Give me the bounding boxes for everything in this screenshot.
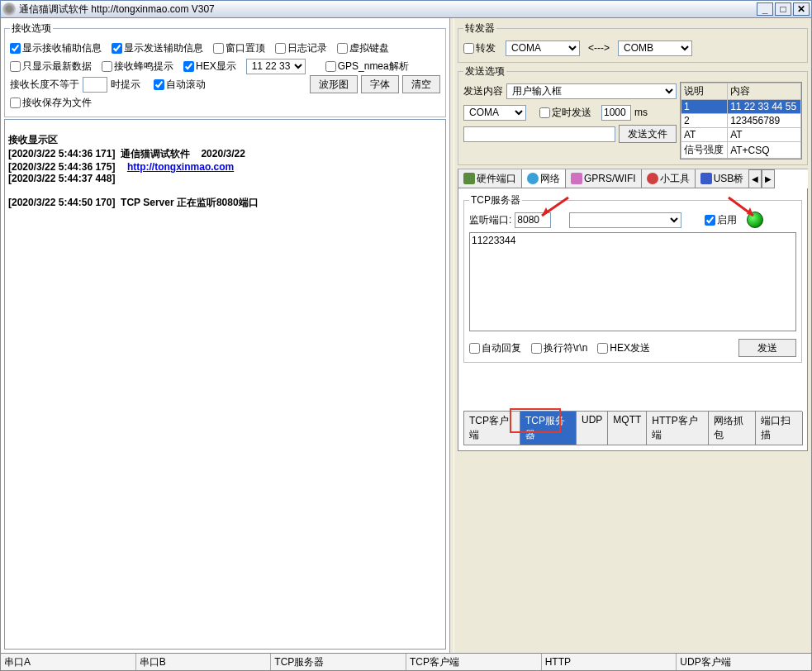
chk-auto-reply[interactable]: 自动回复 (469, 341, 521, 355)
subtab-tcp-client[interactable]: TCP客户端 (463, 412, 520, 445)
tab-gprs-wifi[interactable]: GPRS/WIFI (565, 169, 642, 188)
chk-show-recv-aux[interactable]: 显示接收辅助信息 (10, 41, 102, 55)
ms-label: ms (634, 107, 648, 118)
minimize-button[interactable]: _ (757, 2, 773, 16)
chk-log[interactable]: 日志记录 (275, 41, 327, 55)
forwarder-legend: 转发器 (463, 21, 496, 36)
title-bar: 通信猫调试软件 http://tongxinmao.com V307 _ □ ✕ (0, 0, 812, 18)
btn-clear[interactable]: 清空 (402, 75, 440, 93)
subtab-mqtt[interactable]: MQTT (607, 412, 647, 445)
tab-scroll-right[interactable]: ▶ (762, 169, 775, 188)
tool-icon (647, 173, 658, 184)
send-options-legend: 发送选项 (463, 64, 506, 79)
forward-arrow-icon: <---> (583, 42, 615, 54)
tab-network[interactable]: 网络 (521, 169, 566, 188)
tcp-server-group: TCP服务器 监听端口: 启用 11223344 自动回复 换行符\r\n HE… (463, 193, 802, 363)
status-bar: 串口A 串口B TCP服务器 TCP客户端 HTTP UDP客户端 (0, 653, 812, 671)
network-tab-content: TCP服务器 监听端口: 启用 11223344 自动回复 换行符\r\n HE… (458, 188, 808, 451)
tcp-server-legend: TCP服务器 (469, 193, 522, 207)
table-row[interactable]: ATAT (681, 128, 801, 142)
close-button[interactable]: ✕ (793, 2, 810, 16)
status-serial-b: 串口B (136, 654, 272, 670)
chk-show-send-aux[interactable]: 显示发送辅助信息 (112, 41, 203, 55)
subtab-portscan[interactable]: 端口扫描 (755, 412, 803, 445)
listen-port-label: 监听端口: (469, 213, 511, 227)
maximize-button[interactable]: □ (775, 2, 791, 16)
interval-input[interactable] (601, 105, 631, 121)
forward-from[interactable]: COMA (506, 40, 580, 56)
chk-hex-send[interactable]: HEX发送 (597, 341, 650, 355)
window-title: 通信猫调试软件 http://tongxinmao.com V307 (19, 2, 215, 17)
subtab-http-client[interactable]: HTTP客户端 (646, 412, 709, 445)
status-udp-client: UDP客户端 (677, 654, 811, 670)
send-port-select[interactable]: COMA (463, 105, 526, 121)
btn-send-file[interactable]: 发送文件 (619, 125, 677, 143)
status-led-icon (747, 212, 763, 228)
send-content-label: 发送内容 (463, 84, 503, 98)
subtab-capture[interactable]: 网络抓包 (708, 412, 756, 445)
len-input[interactable] (83, 77, 107, 93)
tcp-client-list[interactable] (569, 212, 681, 228)
send-options-group: 发送选项 发送内容 用户输入框 COMA 定时发送 ms 发送文件 (458, 64, 808, 165)
subtab-tcp-server[interactable]: TCP服务器 (520, 412, 577, 445)
recv-display-area[interactable]: 接收显示区 [2020/3/22 5:44:36 171] 通信猫调试软件 20… (4, 119, 446, 650)
link-tongxinmao[interactable]: http://tongxinmao.com (127, 161, 234, 173)
recv-options-group: 接收选项 显示接收辅助信息 显示发送辅助信息 窗口置顶 日志记录 虚拟键盘 只显… (4, 21, 446, 117)
tab-usb-bridge[interactable]: USB桥 (695, 169, 750, 188)
tab-scroll-left[interactable]: ◀ (748, 169, 762, 188)
btn-wave[interactable]: 波形图 (310, 75, 358, 93)
forwarder-group: 转发器 转发 COMA <---> COMB (458, 21, 808, 63)
chk-save-file[interactable]: 接收保存为文件 (10, 96, 92, 110)
chk-gps[interactable]: GPS_nmea解析 (325, 59, 409, 74)
chk-vkeyboard[interactable]: 虚拟键盘 (337, 41, 389, 55)
send-grid[interactable]: 说明内容 111 22 33 44 55 2123456789 ATAT 信号强… (681, 83, 801, 159)
send-content-select[interactable]: 用户输入框 (506, 83, 677, 99)
table-row[interactable]: 111 22 33 44 55 (681, 100, 801, 114)
len-ne-label: 接收长度不等于 (10, 78, 79, 92)
network-subtabstrip: TCP客户端 TCP服务器 UDP MQTT HTTP客户端 网络抓包 端口扫描 (463, 411, 802, 445)
status-serial-a: 串口A (1, 654, 136, 670)
tab-hardware[interactable]: 硬件端口 (458, 169, 522, 188)
tab-tools[interactable]: 小工具 (641, 169, 696, 188)
chk-crlf[interactable]: 换行符\r\n (531, 341, 587, 355)
chk-always-top[interactable]: 窗口置顶 (213, 41, 265, 55)
recv-options-legend: 接收选项 (10, 21, 53, 36)
forward-to[interactable]: COMB (618, 40, 692, 56)
table-row[interactable]: 信号强度AT+CSQ (681, 142, 801, 159)
chk-hex-display[interactable]: HEX显示 (183, 59, 236, 74)
chk-enable-server[interactable]: 启用 (705, 213, 737, 227)
btn-send[interactable]: 发送 (738, 339, 796, 357)
chk-forward[interactable]: 转发 (463, 41, 496, 55)
status-http: HTTP (542, 654, 677, 670)
chip-icon (463, 173, 475, 184)
chk-timed-send[interactable]: 定时发送 (539, 106, 591, 120)
tcp-send-textarea[interactable]: 11223344 (469, 232, 796, 331)
len-hint-label: 时提示 (111, 78, 140, 92)
subtab-udp[interactable]: UDP (576, 412, 608, 445)
chk-beep[interactable]: 接收蜂鸣提示 (102, 59, 173, 74)
usb-icon (700, 173, 712, 184)
chk-only-new[interactable]: 只显示最新数据 (10, 59, 92, 74)
table-row[interactable]: 2123456789 (681, 114, 801, 128)
globe-icon (527, 173, 539, 184)
file-path-input[interactable] (463, 126, 615, 142)
listen-port-input[interactable] (515, 212, 551, 228)
main-tabstrip: 硬件端口 网络 GPRS/WIFI 小工具 USB桥 ◀ ▶ (458, 169, 808, 188)
status-tcp-server: TCP服务器 (271, 654, 406, 670)
hex-select[interactable]: 11 22 33 (246, 59, 306, 74)
app-icon (2, 2, 16, 16)
status-tcp-client: TCP客户端 (406, 654, 542, 670)
wifi-icon (571, 173, 582, 184)
chk-autoscroll[interactable]: 自动滚动 (154, 78, 206, 92)
btn-font[interactable]: 字体 (361, 75, 399, 93)
